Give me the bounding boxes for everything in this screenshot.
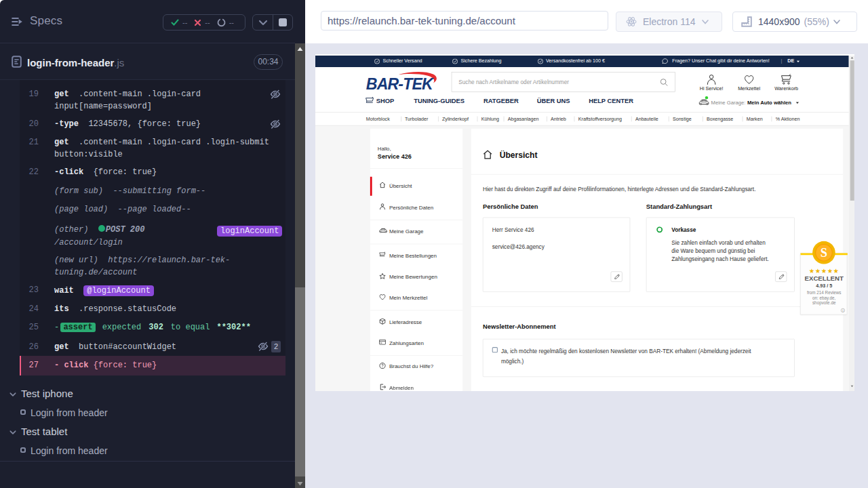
svg-text:S: S xyxy=(821,246,827,260)
svg-text:BAR-TEK: BAR-TEK xyxy=(366,75,435,93)
